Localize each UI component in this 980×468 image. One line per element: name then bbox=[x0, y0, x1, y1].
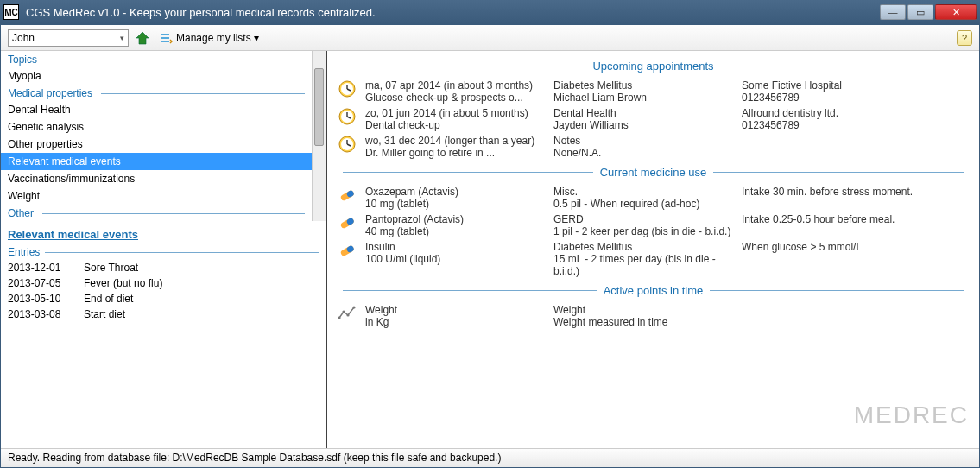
home-icon[interactable] bbox=[134, 29, 151, 47]
user-dropdown[interactable]: John ▾ bbox=[8, 29, 129, 47]
svg-rect-2 bbox=[161, 37, 169, 39]
col3: When glucose > 5 mmol/L bbox=[742, 241, 971, 277]
entry-date: 2013-03-08 bbox=[8, 308, 70, 320]
entry-text: Fever (but no flu) bbox=[84, 277, 162, 289]
clock-icon bbox=[336, 107, 358, 131]
toolbar: John ▾ Manage my lists ▾ ? bbox=[1, 25, 979, 51]
pill-icon bbox=[336, 186, 358, 210]
entry-text: Sore Throat bbox=[84, 262, 138, 274]
col1: Oxazepam (Actavis)10 mg (tablet) bbox=[365, 186, 547, 210]
col1: wo, 31 dec 2014 (longer than a year)Dr. … bbox=[365, 135, 547, 159]
manage-lists-label: Manage my lists bbox=[176, 32, 251, 44]
titlebar[interactable]: MC CGS MedRec v1.0 - Keeps your personal… bbox=[0, 0, 980, 24]
medprop-item[interactable]: Weight bbox=[1, 187, 312, 205]
section-other: Other bbox=[1, 205, 312, 221]
entry-date: 2013-12-01 bbox=[8, 262, 70, 274]
col2: NotesNone/N.A. bbox=[553, 135, 735, 159]
detail-row[interactable]: Oxazepam (Actavis)10 mg (tablet)Misc.0.5… bbox=[336, 184, 971, 212]
section-topics: Topics bbox=[1, 51, 312, 67]
svg-point-25 bbox=[352, 306, 355, 308]
detail-row[interactable]: ma, 07 apr 2014 (in about 3 months)Gluco… bbox=[336, 78, 971, 105]
entry-row[interactable]: 2013-05-10End of diet bbox=[8, 291, 319, 307]
help-button[interactable]: ? bbox=[957, 30, 972, 46]
medprop-item[interactable]: Genetic analysis bbox=[1, 118, 312, 136]
entry-date: 2013-05-10 bbox=[8, 293, 70, 305]
clock-icon bbox=[336, 135, 358, 159]
col2: Diabetes Mellitus15 mL - 2 times per day… bbox=[553, 241, 735, 277]
col3: Intake 30 min. before stress moment. bbox=[742, 186, 971, 210]
detail-row[interactable]: zo, 01 jun 2014 (in about 5 months)Denta… bbox=[336, 105, 971, 133]
col2: GERD1 pil - 2 keer per dag (bis in die -… bbox=[553, 213, 735, 237]
pill-icon bbox=[336, 213, 358, 237]
section-medical-properties: Medical properties bbox=[1, 85, 312, 101]
maximize-button[interactable]: ▭ bbox=[907, 4, 933, 20]
col3 bbox=[742, 304, 971, 328]
svg-marker-0 bbox=[136, 32, 149, 44]
pill-icon bbox=[336, 241, 358, 277]
col2: Dental HealthJayden Williams bbox=[553, 107, 735, 131]
svg-rect-1 bbox=[161, 34, 169, 35]
entry-row[interactable]: 2013-03-08Start diet bbox=[8, 307, 319, 322]
svg-point-23 bbox=[342, 310, 345, 313]
medprop-item[interactable]: Other properties bbox=[1, 136, 312, 153]
statusbar: Ready. Reading from database file: D:\Me… bbox=[1, 448, 979, 467]
topics-list: Topics Myopia Medical properties Dental … bbox=[1, 51, 312, 221]
col2: Diabetes MellitusMichael Liam Brown bbox=[553, 79, 735, 104]
svg-rect-3 bbox=[161, 41, 169, 42]
scrollbar-thumb[interactable] bbox=[314, 68, 324, 146]
content-area: John ▾ Manage my lists ▾ ? Topics Myopia… bbox=[0, 24, 980, 468]
topic-item[interactable]: Myopia bbox=[1, 67, 312, 85]
entry-row[interactable]: 2013-07-05Fever (but no flu) bbox=[8, 275, 319, 291]
chevron-down-icon: ▾ bbox=[254, 32, 259, 44]
detail-row[interactable]: wo, 31 dec 2014 (longer than a year)Dr. … bbox=[336, 133, 971, 161]
detail-row[interactable]: Insulin100 U/ml (liquid)Diabetes Mellitu… bbox=[336, 239, 971, 279]
entries-header: Entries bbox=[8, 244, 319, 260]
manage-lists-button[interactable]: Manage my lists ▾ bbox=[156, 29, 262, 47]
topics-scrollbar[interactable] bbox=[312, 51, 326, 221]
clock-icon bbox=[336, 79, 358, 104]
active-header: Active points in time bbox=[336, 284, 971, 297]
watermark: MEDREC bbox=[854, 402, 969, 429]
chart-icon bbox=[336, 304, 358, 328]
col1: Pantoprazol (Actavis)40 mg (tablet) bbox=[365, 213, 547, 237]
col2: WeightWeight measured in time bbox=[553, 304, 735, 328]
col1: Weightin Kg bbox=[365, 304, 547, 328]
col3: Allround dentistry ltd.0123456789 bbox=[742, 107, 971, 131]
svg-point-22 bbox=[338, 316, 340, 319]
medprop-item-selected[interactable]: Relevant medical events bbox=[1, 153, 312, 170]
entry-text: Start diet bbox=[84, 308, 125, 320]
left-panel: Topics Myopia Medical properties Dental … bbox=[1, 51, 327, 448]
detail-row[interactable]: Weightin KgWeightWeight measured in time bbox=[336, 302, 971, 330]
entry-date: 2013-07-05 bbox=[8, 277, 70, 289]
svg-point-24 bbox=[346, 313, 349, 316]
app-logo-icon: MC bbox=[3, 4, 19, 20]
col2: Misc.0.5 pil - When required (ad-hoc) bbox=[553, 186, 735, 210]
medprop-item[interactable]: Vaccinations/immunizations bbox=[1, 170, 312, 187]
col1: zo, 01 jun 2014 (in about 5 months)Denta… bbox=[365, 107, 547, 131]
medprop-item[interactable]: Dental Health bbox=[1, 101, 312, 118]
entry-row[interactable]: 2013-12-01Sore Throat bbox=[8, 260, 319, 275]
minimize-button[interactable]: — bbox=[880, 4, 906, 20]
list-icon bbox=[160, 31, 174, 45]
app-window: MC CGS MedRec v1.0 - Keeps your personal… bbox=[0, 0, 980, 468]
col1: ma, 07 apr 2014 (in about 3 months)Gluco… bbox=[365, 79, 547, 104]
chevron-down-icon: ▾ bbox=[120, 34, 124, 42]
close-button[interactable]: ✕ bbox=[935, 4, 977, 20]
col3: Intake 0.25-0.5 hour before meal. bbox=[742, 213, 971, 237]
col3 bbox=[742, 135, 971, 159]
medicine-header: Current medicine use bbox=[336, 166, 971, 179]
detail-heading-link[interactable]: Relevant medical events bbox=[8, 228, 138, 241]
right-panel: Upcoming appointments ma, 07 apr 2014 (i… bbox=[327, 51, 979, 448]
detail-row[interactable]: Pantoprazol (Actavis)40 mg (tablet)GERD1… bbox=[336, 212, 971, 239]
appointments-header: Upcoming appointments bbox=[336, 60, 971, 73]
user-dropdown-label: John bbox=[12, 32, 35, 44]
window-title: CGS MedRec v1.0 - Keeps your personal me… bbox=[24, 6, 880, 19]
entry-text: End of diet bbox=[84, 293, 133, 305]
col3: Some Fictive Hospital0123456789 bbox=[742, 79, 971, 104]
col1: Insulin100 U/ml (liquid) bbox=[365, 241, 547, 277]
